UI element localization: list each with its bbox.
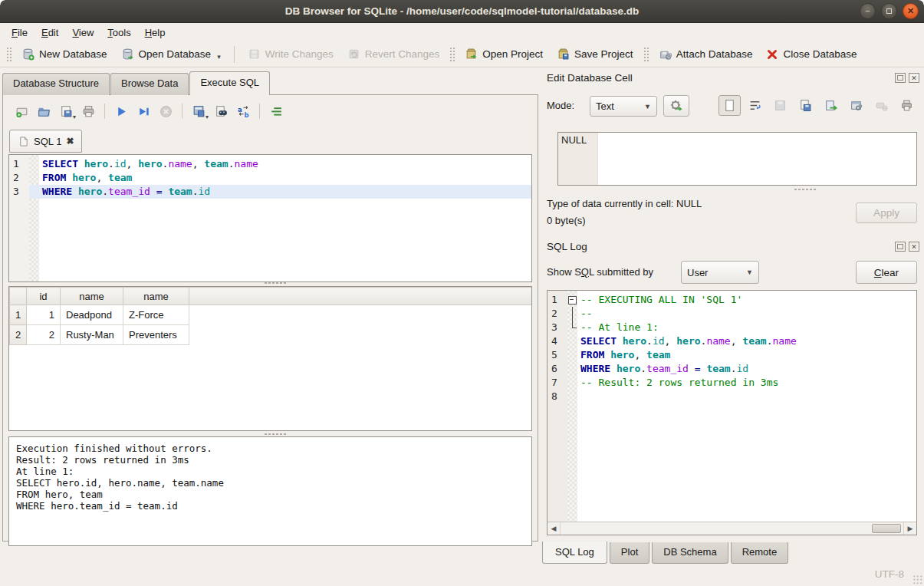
splitter-handle[interactable] xyxy=(264,281,287,285)
find-replace-button[interactable]: a b xyxy=(234,102,252,120)
row-filler xyxy=(189,305,532,325)
scrollbar-thumb[interactable] xyxy=(872,524,901,533)
column-header[interactable]: name xyxy=(123,288,189,305)
code-line: 3WHERE hero.team_id = team.id xyxy=(9,185,531,199)
window-controls: − ✕ xyxy=(860,3,919,19)
float-panel-icon[interactable] xyxy=(895,73,906,83)
main-area: Database Structure Browse Data Execute S… xyxy=(0,67,541,558)
horizontal-scrollbar[interactable]: ◀ ▶ xyxy=(547,522,916,535)
menu-edit[interactable]: Edit xyxy=(35,23,65,41)
tab-browse-data[interactable]: Browse Data xyxy=(110,73,189,95)
code-line: 8 xyxy=(547,390,916,403)
header-filler xyxy=(189,288,532,305)
save-file-icon xyxy=(59,104,74,119)
window-title: DB Browser for SQLite - /home/user/code/… xyxy=(285,5,639,17)
new-tab-icon xyxy=(15,104,29,119)
save-as-button[interactable] xyxy=(794,95,817,116)
toolbar-separator xyxy=(234,46,235,63)
cell-size-info: 0 byte(s) xyxy=(547,215,586,226)
menu-file[interactable]: File xyxy=(5,23,35,41)
apply-button: Apply xyxy=(856,202,917,223)
close-tab-icon[interactable]: ✖ xyxy=(66,136,74,146)
print-cell-button[interactable] xyxy=(896,95,918,116)
save-project-button[interactable]: Save Project xyxy=(550,44,640,64)
save-results-button[interactable]: ▾ xyxy=(189,102,208,120)
close-panel-icon[interactable]: ✕ xyxy=(909,242,919,252)
save-results-dropdown-arrow[interactable]: ▾ xyxy=(206,114,209,120)
cell[interactable]: Preventers xyxy=(123,325,189,345)
menu-help[interactable]: Help xyxy=(138,23,173,41)
main-tab-bar: Database Structure Browse Data Execute S… xyxy=(2,73,271,95)
save-sql-dropdown-arrow[interactable]: ▾ xyxy=(73,114,76,120)
menu-view[interactable]: View xyxy=(65,23,100,41)
format-sql-button[interactable] xyxy=(267,102,285,120)
float-panel-icon[interactable] xyxy=(895,242,906,252)
execute-all-button[interactable] xyxy=(112,102,130,120)
row-number[interactable]: 1 xyxy=(10,305,27,325)
encoding-indicator[interactable]: UTF-8 xyxy=(875,568,904,580)
code-line: 6WHERE hero.team_id = team.id xyxy=(547,362,916,376)
sql-log-code: 1-- EXECUTING ALL IN 'SQL 1'2--3-- At li… xyxy=(547,291,916,522)
sql-editor[interactable]: 1SELECT hero.id, hero.name, team.name2FR… xyxy=(8,154,532,282)
mode-select[interactable]: Text ▼ xyxy=(590,96,657,117)
open-sql-file-button[interactable] xyxy=(35,102,53,120)
gear-import-icon xyxy=(669,99,683,113)
print-icon xyxy=(81,104,96,119)
tab-database-structure[interactable]: Database Structure xyxy=(2,73,110,95)
toolbar-drag-handle[interactable] xyxy=(449,47,455,62)
sql-tab-label: SQL 1 xyxy=(34,136,61,147)
splitter-handle[interactable] xyxy=(794,188,817,191)
toolbar-drag-handle[interactable] xyxy=(643,47,649,62)
set-null-button xyxy=(870,95,893,116)
maximize-button[interactable] xyxy=(881,3,897,19)
column-header[interactable]: id xyxy=(27,288,61,305)
code-line: 2FROM hero, team xyxy=(9,171,531,185)
cell[interactable]: Deadpond xyxy=(61,305,123,325)
revert-changes-button: Revert Changes xyxy=(340,44,447,64)
minimize-button[interactable]: − xyxy=(860,3,876,19)
scroll-right-icon[interactable]: ▶ xyxy=(904,525,916,532)
clear-log-button[interactable]: Clear xyxy=(856,261,917,284)
cell[interactable]: Rusty-Man xyxy=(61,325,123,345)
cell[interactable]: 1 xyxy=(27,305,61,325)
sql-log-filter-select[interactable]: User ▼ xyxy=(681,261,759,284)
column-header[interactable] xyxy=(10,288,27,305)
find-button[interactable] xyxy=(212,102,230,120)
open-database-dropdown-arrow[interactable]: ▾ xyxy=(217,53,221,61)
splitter-handle[interactable] xyxy=(264,433,287,436)
menu-tools[interactable]: Tools xyxy=(100,23,137,41)
svg-text:a: a xyxy=(238,105,242,113)
print-button[interactable] xyxy=(79,102,97,120)
cell[interactable]: 2 xyxy=(27,325,61,345)
tab-execute-sql[interactable]: Execute SQL xyxy=(189,71,270,95)
code-line: 1SELECT hero.id, hero.name, team.name xyxy=(9,157,531,171)
resize-grip[interactable] xyxy=(912,574,922,584)
cell-value-editor[interactable]: NULL xyxy=(557,132,917,186)
row-number[interactable]: 2 xyxy=(10,325,27,345)
attach-database-button[interactable]: Attach Database xyxy=(652,44,760,64)
column-header[interactable]: name xyxy=(61,288,123,305)
cell[interactable]: Z-Force xyxy=(123,305,189,325)
execute-line-button[interactable] xyxy=(134,102,153,120)
open-database-button[interactable]: Open Database ▾ xyxy=(114,44,228,64)
text-mode-toggle[interactable] xyxy=(718,95,741,116)
toolbar-drag-handle[interactable] xyxy=(6,47,12,62)
close-database-button[interactable]: Close Database xyxy=(759,45,863,64)
menubar: File Edit View Tools Help xyxy=(0,23,924,41)
titlebar[interactable]: DB Browser for SQLite - /home/user/code/… xyxy=(0,0,924,23)
new-database-button[interactable]: New Database xyxy=(15,44,114,64)
word-wrap-icon xyxy=(748,99,761,112)
save-sql-file-button[interactable]: ▾ xyxy=(57,102,75,120)
code-line: 5FROM hero, team xyxy=(547,348,916,362)
export-cell-button[interactable] xyxy=(820,95,842,116)
open-project-button[interactable]: Open Project xyxy=(458,44,550,64)
sql-file-tab[interactable]: SQL 1 ✖ xyxy=(9,130,82,153)
close-button[interactable]: ✕ xyxy=(903,3,919,19)
scroll-left-icon[interactable]: ◀ xyxy=(547,525,560,532)
close-panel-icon[interactable]: ✕ xyxy=(909,73,919,83)
sql-log-view[interactable]: 1-- EXECUTING ALL IN 'SQL 1'2--3-- At li… xyxy=(547,290,917,535)
new-sql-tab-button[interactable] xyxy=(12,102,31,120)
word-wrap-toggle[interactable] xyxy=(744,95,766,116)
import-data-button[interactable] xyxy=(663,95,689,117)
open-external-button[interactable] xyxy=(845,95,867,116)
